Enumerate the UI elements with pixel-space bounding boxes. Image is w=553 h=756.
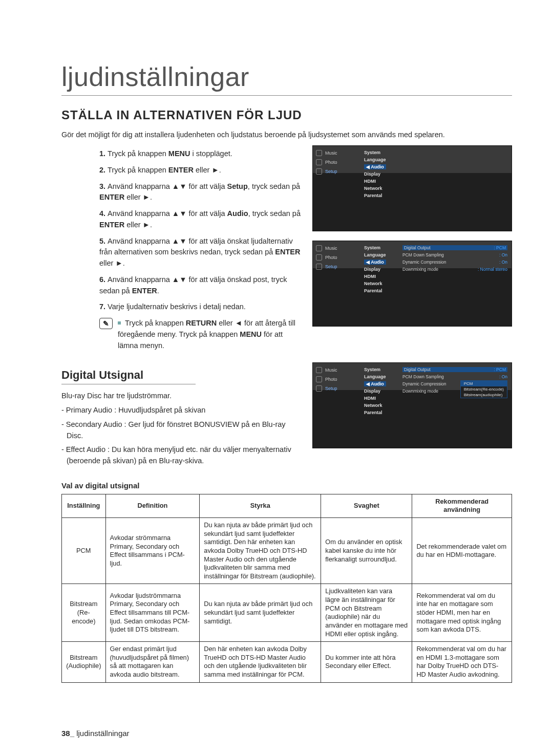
bluray-intro: Blu-ray Disc har tre ljudströmmar. [61,391,301,402]
table-title: Val av digital utsignal [61,481,512,490]
steps-list: 1.Tryck på knappen MENU i stoppläget.2.T… [61,148,301,313]
list-item: - Primary Audio : Huvudljudspåret på ski… [61,405,301,416]
page-number: 38_ [61,729,74,738]
step-item: 6.Använd knapparna ▲▼ för att välja önsk… [99,274,301,297]
step-item: 2.Tryck på knappen ENTER eller ►. [99,165,301,176]
bluray-list: - Primary Audio : Huvudljudspåret på ski… [61,405,301,467]
osd-screenshot-2: MusicPhotoSetup SystemLanguage◀ AudioDis… [312,241,512,327]
osd-screenshot-3: MusicPhotoSetup SystemLanguage◀ AudioDis… [312,362,512,448]
table-row: Bitstream(Audiophile)Ger endast primärt … [62,642,512,683]
page-footer: 38_ ljudinställningar [61,729,130,738]
step-item: 3.Använd knapparna ▲▼ för att välja Setu… [99,181,301,204]
step-item: 4.Använd knapparna ▲▼ för att välja Audi… [99,208,301,231]
selection-table: InställningDefinitionStyrkaSvaghetRekomm… [61,494,512,683]
footer-label: ljudinställningar [76,729,129,738]
step-item: 5.Använd knapparna ▲▼ för att välja önsk… [99,236,301,269]
table-header: Styrka [200,494,321,517]
table-header: Inställning [62,494,106,517]
list-item: - Effect Audio : Du kan höra menyljud et… [61,444,301,467]
intro-text: Gör det möjligt för dig att installera l… [61,129,512,140]
table-header: Definition [105,494,200,517]
section-title: STÄLLA IN ALTERNATIVEN FÖR LJUD [61,108,512,122]
chapter-title: ljudinställningar [61,61,512,96]
step-item: 1.Tryck på knappen MENU i stoppläget. [99,148,301,160]
sub-heading: Digital Utsignal [61,369,196,384]
list-item: - Secondary Audio : Ger ljud för fönstre… [61,419,301,442]
table-header: Svaghet [321,494,412,517]
osd-screenshot-1: MusicPhotoSetup SystemLanguage◀ AudioDis… [312,145,512,231]
note-text: Tryck på knappen RETURN eller ◄ för att … [118,318,301,351]
note-icon: ✎ [99,318,113,329]
table-header: Rekommenderad användning [412,494,512,517]
table-row: Bitstream(Re-encode)Avkodar ljudströmmar… [62,584,512,642]
step-item: 7.Varje ljudalternativ beskrivs i detalj… [99,301,301,313]
table-row: PCMAvkodar strömmarna Primary, Secondary… [62,518,512,584]
